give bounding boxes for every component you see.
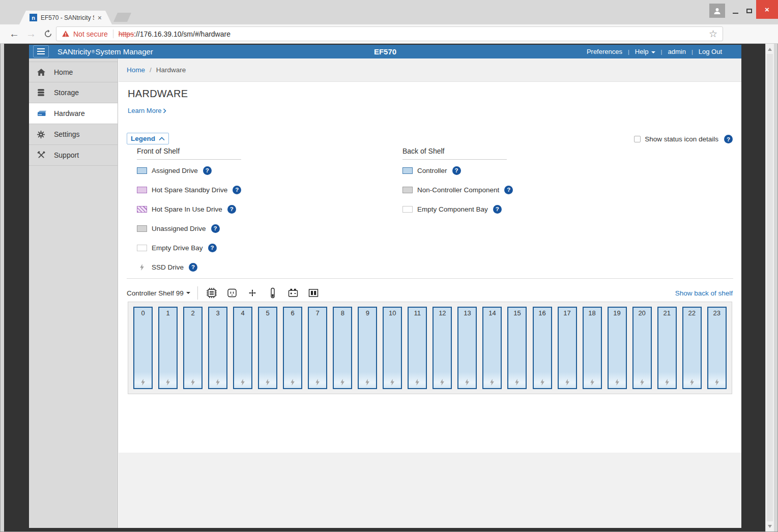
legend-item-label: Non-Controller Component xyxy=(417,186,499,194)
minimize-button[interactable] xyxy=(729,4,742,18)
scroll-up-button[interactable] xyxy=(766,45,774,53)
drive-number: 22 xyxy=(683,309,701,317)
drive-bay-12[interactable]: 12 xyxy=(433,307,452,389)
gear-icon xyxy=(37,130,48,139)
fan-icon xyxy=(246,287,258,299)
help-icon[interactable]: ? xyxy=(227,205,236,214)
drive-bay-17[interactable]: 17 xyxy=(558,307,577,389)
person-icon xyxy=(713,7,722,15)
ssd-bolt-icon xyxy=(340,379,345,386)
admin-user-label[interactable]: admin xyxy=(668,48,685,55)
drive-bay-19[interactable]: 19 xyxy=(608,307,627,389)
drive-bay-11[interactable]: 11 xyxy=(408,307,427,389)
help-icon[interactable]: ? xyxy=(493,205,502,214)
help-icon[interactable]: ? xyxy=(208,244,217,252)
ssd-bolt-icon xyxy=(590,379,595,386)
scroll-down-button[interactable] xyxy=(766,522,774,530)
ssd-bolt-icon xyxy=(265,379,270,386)
page-scrollbar[interactable] xyxy=(765,44,774,531)
tools-icon xyxy=(37,151,48,160)
help-icon[interactable]: ? xyxy=(452,166,461,175)
legend-toggle-button[interactable]: Legend xyxy=(127,133,169,144)
ssd-bolt-swatch xyxy=(137,264,147,271)
sidebar-item-home[interactable]: Home xyxy=(29,62,118,82)
legend-item-label: Empty Drive Bay xyxy=(152,244,203,252)
drive-bay-0[interactable]: 0 xyxy=(133,307,153,389)
drive-bay-21[interactable]: 21 xyxy=(657,307,677,389)
scroll-down-icon xyxy=(768,525,772,528)
sidebar-item-label: Support xyxy=(54,151,79,159)
logout-link[interactable]: Log Out xyxy=(699,48,722,55)
legend-item: Empty Component Bay? xyxy=(402,204,626,214)
help-icon[interactable]: ? xyxy=(233,186,241,194)
sidebar-item-label: Settings xyxy=(54,130,80,138)
sidebar-item-support[interactable]: Support xyxy=(29,145,118,166)
show-status-checkbox[interactable] xyxy=(634,136,641,142)
drive-number: 9 xyxy=(359,309,376,317)
help-icon[interactable]: ? xyxy=(189,263,197,272)
drive-bay-18[interactable]: 18 xyxy=(583,307,602,389)
help-icon[interactable]: ? xyxy=(724,135,733,143)
drive-number: 7 xyxy=(309,309,326,317)
drive-bay-23[interactable]: 23 xyxy=(707,307,727,389)
legend-item: Hot Spare Standby Drive? xyxy=(137,185,361,194)
drive-bay-5[interactable]: 5 xyxy=(258,307,277,389)
refresh-button[interactable] xyxy=(41,27,54,40)
learn-more-link[interactable]: Learn More xyxy=(128,107,166,114)
close-window-button[interactable]: × xyxy=(756,0,778,19)
processor-icon xyxy=(206,287,218,299)
drive-bay-8[interactable]: 8 xyxy=(333,307,352,389)
legend-item: Empty Drive Bay? xyxy=(137,243,361,252)
new-tab-button[interactable] xyxy=(113,13,131,22)
drive-bay-2[interactable]: 2 xyxy=(183,307,203,389)
sidebar-item-hardware[interactable]: Hardware xyxy=(29,103,118,124)
help-icon[interactable]: ? xyxy=(203,166,212,175)
browser-tab[interactable]: n EF570 - SANtricity System × xyxy=(19,11,112,24)
breadcrumb-current: Hardware xyxy=(156,66,186,74)
help-icon[interactable]: ? xyxy=(504,186,513,194)
drive-bay-3[interactable]: 3 xyxy=(208,307,227,389)
sidebar-item-label: Home xyxy=(54,68,73,76)
breadcrumb-separator: / xyxy=(150,66,152,74)
maximize-button[interactable] xyxy=(742,4,756,18)
address-bar[interactable]: Not secure https ://176.16.39.10/sm/#/ha… xyxy=(56,26,723,41)
drive-bay-15[interactable]: 15 xyxy=(507,307,527,389)
drive-bay-7[interactable]: 7 xyxy=(308,307,327,389)
drive-bay-22[interactable]: 22 xyxy=(682,307,702,389)
sidebar-item-settings[interactable]: Settings xyxy=(29,124,118,145)
shelf-selector[interactable]: Controller Shelf 99 xyxy=(127,289,190,297)
sidebar-item-label: Storage xyxy=(54,88,79,97)
preferences-link[interactable]: Preferences xyxy=(587,48,622,55)
tab-close-icon[interactable]: × xyxy=(98,14,102,21)
component-status-icons xyxy=(206,287,320,299)
sidebar-item-storage[interactable]: Storage xyxy=(29,82,118,103)
ssd-bolt-icon xyxy=(640,379,645,386)
help-link[interactable]: Help xyxy=(635,48,655,55)
back-button[interactable]: ← xyxy=(8,27,21,40)
warning-icon xyxy=(62,30,70,38)
scrollbar-thumb[interactable] xyxy=(767,54,773,521)
ssd-bolt-icon xyxy=(615,379,620,386)
drive-bay-4[interactable]: 4 xyxy=(233,307,252,389)
profile-button[interactable] xyxy=(709,4,725,18)
drive-bay-1[interactable]: 1 xyxy=(158,307,178,389)
drive-bay-10[interactable]: 10 xyxy=(383,307,402,389)
bookmark-star-icon[interactable]: ☆ xyxy=(709,28,717,40)
drive-bay-20[interactable]: 20 xyxy=(632,307,652,389)
not-secure-label[interactable]: Not secure xyxy=(73,30,108,38)
empty-swatch xyxy=(402,206,413,213)
ssd-bolt-icon xyxy=(215,379,220,386)
breadcrumb-home-link[interactable]: Home xyxy=(127,66,145,74)
sidebar-item-label: Hardware xyxy=(54,109,85,117)
drive-bay-13[interactable]: 13 xyxy=(457,307,477,389)
drive-bay-6[interactable]: 6 xyxy=(283,307,302,389)
drive-bay-14[interactable]: 14 xyxy=(482,307,502,389)
show-back-of-shelf-link[interactable]: Show back of shelf xyxy=(675,289,733,297)
refresh-icon xyxy=(44,29,52,38)
help-icon[interactable]: ? xyxy=(211,224,220,233)
drive-bay-9[interactable]: 9 xyxy=(358,307,377,389)
browser-titlebar: n EF570 - SANtricity System × × xyxy=(0,0,778,24)
home-icon xyxy=(37,68,48,76)
section-divider xyxy=(127,278,733,279)
drive-bay-16[interactable]: 16 xyxy=(533,307,552,389)
